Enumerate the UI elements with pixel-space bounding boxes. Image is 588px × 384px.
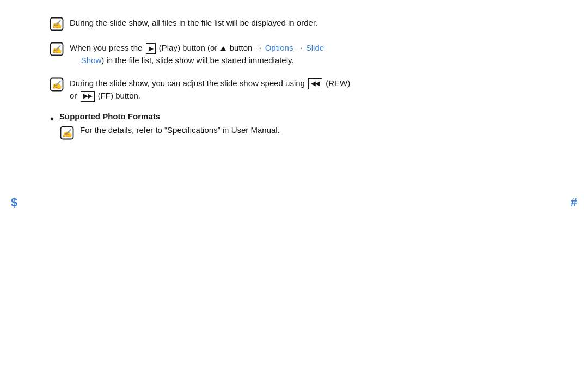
svg-text:✍: ✍ (51, 80, 64, 90)
note-icon-2: ✍ (49, 41, 64, 57)
note-icon-3: ✍ (49, 77, 64, 92)
corner-hash-label: # (571, 196, 577, 210)
sub-note-icon: ✍ (59, 125, 75, 141)
options-link[interactable]: Options (265, 43, 293, 52)
corner-dollar-label: $ (11, 196, 17, 210)
note-icon-1: ✍ (49, 16, 64, 32)
svg-text:✍: ✍ (51, 20, 64, 29)
rew-button-icon: ◀◀ (308, 78, 322, 89)
bullet-content: Supported Photo Formats ✍ For the detail… (59, 112, 539, 141)
note-text-3: During the slide show, you can adjust th… (70, 77, 539, 102)
note-item-3: ✍ During the slide show, you can adjust … (49, 77, 539, 102)
sub-note-text: For the details, refer to “Specification… (80, 125, 539, 135)
svg-text:✍: ✍ (51, 45, 64, 54)
main-content: ✍ During the slide show, all files in th… (0, 0, 588, 160)
note-text-1: During the slide show, all files in the … (70, 16, 539, 29)
note-item-1: ✍ During the slide show, all files in th… (49, 16, 539, 32)
supported-photo-formats-title: Supported Photo Formats (59, 112, 539, 121)
notes-list: ✍ During the slide show, all files in th… (49, 16, 539, 102)
svg-text:✍: ✍ (62, 129, 75, 138)
bullet-dot: • (50, 112, 54, 126)
bullet-section: • Supported Photo Formats ✍ For the deta… (49, 112, 539, 141)
sub-note-item: ✍ For the details, refer to “Specificati… (59, 125, 539, 141)
play-button-icon: ▶ (146, 43, 156, 54)
note-item-2: ✍ When you press the ▶ (Play) button (or… (49, 41, 539, 67)
ff-button-icon: ▶▶ (81, 91, 95, 102)
note-text-2: When you press the ▶ (Play) button (or b… (70, 41, 539, 67)
triangle-icon (220, 46, 226, 51)
